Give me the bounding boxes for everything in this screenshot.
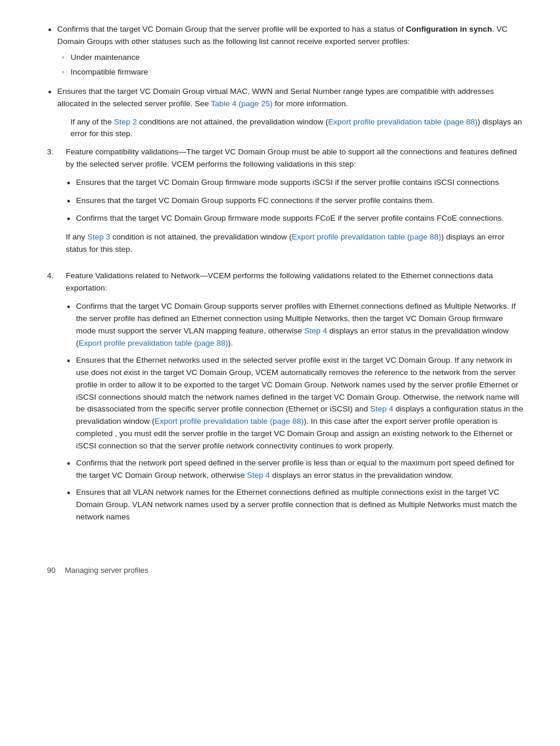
- condition-paragraph: If any of the Step 2 conditions are not …: [47, 116, 525, 141]
- list-item: Confirms that the target VC Domain Group…: [66, 212, 525, 225]
- item-content: Feature Validations related to Network—V…: [66, 270, 525, 529]
- top-bullet-list: Confirms that the target VC Domain Group…: [47, 23, 525, 110]
- list-item: Ensures that the target VC Domain Group …: [47, 86, 525, 110]
- list-item: Confirms that the target VC Domain Group…: [66, 301, 525, 350]
- list-item: Confirms that the target VC Domain Group…: [47, 23, 525, 81]
- page-number: 90: [47, 565, 55, 576]
- sub-item-text: Incompatible firmware: [70, 66, 148, 79]
- item3-bullet-list: Ensures that the target VC Domain Group …: [66, 177, 525, 225]
- item-intro: Feature compatibility validations—The ta…: [66, 146, 525, 171]
- bold-text: Configuration in synch: [406, 25, 492, 33]
- list-item: Ensures that the target VC Domain Group …: [66, 195, 525, 208]
- step4-link-2[interactable]: Step 4: [370, 404, 393, 413]
- numbered-list: 3. Feature compatibility validations—The…: [47, 146, 525, 529]
- export-prevalidation-link-3[interactable]: Export profile prevalidation table (page…: [79, 339, 228, 347]
- export-prevalidation-link-2[interactable]: Export profile prevalidation table (page…: [292, 232, 441, 241]
- list-item: Ensures that all VLAN network names for …: [66, 487, 525, 524]
- export-prevalidation-link-4[interactable]: Export profile prevalidation table (page…: [154, 417, 303, 426]
- step2-link[interactable]: Step 2: [114, 117, 137, 126]
- sub-item-text: Under maintenance: [70, 52, 140, 64]
- list-item: Incompatible firmware: [58, 66, 525, 79]
- step4-link-3[interactable]: Step 4: [247, 471, 270, 480]
- step3-link[interactable]: Step 3: [87, 232, 110, 241]
- bullet-text: Ensures that the target VC Domain Group …: [76, 177, 499, 189]
- page-content: Confirms that the target VC Domain Group…: [47, 23, 525, 576]
- item3-condition: If any Step 3 condition is not attained,…: [66, 231, 525, 256]
- bullet-text: Confirms that the target VC Domain Group…: [58, 25, 508, 46]
- export-prevalidation-link-1[interactable]: Export profile prevalidation table (page…: [328, 117, 477, 126]
- bullet-text: Confirms that the target VC Domain Group…: [76, 212, 504, 225]
- bullet-text: Confirms that the target VC Domain Group…: [76, 301, 525, 350]
- sub-bullet-list: Under maintenance Incompatible firmware: [58, 52, 525, 79]
- bullet-text: Ensures that the target VC Domain Group …: [58, 86, 525, 110]
- table4-link[interactable]: Table 4 (page 25): [211, 99, 272, 108]
- bullet-text: Ensures that all VLAN network names for …: [76, 487, 525, 524]
- bullet-text: Ensures that the Ethernet networks used …: [76, 355, 525, 453]
- list-item: Ensures that the Ethernet networks used …: [66, 355, 525, 453]
- page-footer: 90 Managing server profiles: [47, 565, 525, 576]
- list-item: Confirms that the network port speed def…: [66, 457, 525, 482]
- item-number: 3.: [47, 146, 66, 158]
- footer-section-label: Managing server profiles: [65, 565, 148, 576]
- step4-link-1[interactable]: Step 4: [304, 326, 327, 335]
- item-intro: Feature Validations related to Network—V…: [66, 270, 525, 295]
- list-item: Ensures that the target VC Domain Group …: [66, 177, 525, 190]
- bullet-text: Ensures that the target VC Domain Group …: [76, 195, 434, 207]
- bullet-text: Confirms that the network port speed def…: [76, 457, 525, 482]
- numbered-item-3: 3. Feature compatibility validations—The…: [47, 146, 525, 262]
- item-content: Feature compatibility validations—The ta…: [66, 146, 525, 262]
- item4-bullet-list: Confirms that the target VC Domain Group…: [66, 301, 525, 524]
- numbered-item-4: 4. Feature Validations related to Networ…: [47, 270, 525, 529]
- item-number: 4.: [47, 270, 66, 282]
- bullet-content: Confirms that the target VC Domain Group…: [58, 23, 525, 81]
- list-item: Under maintenance: [58, 52, 525, 64]
